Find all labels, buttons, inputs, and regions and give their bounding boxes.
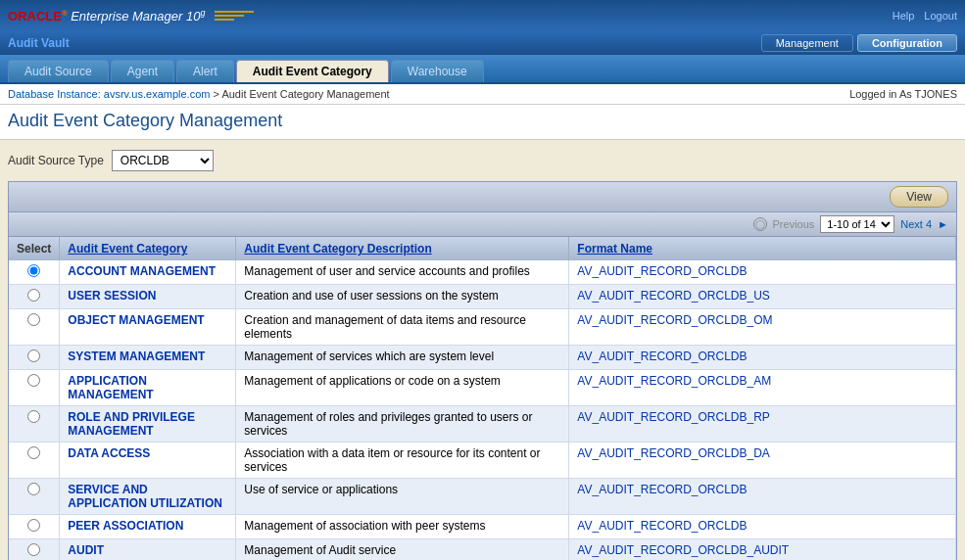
row-description: Association with a data item or resource… [236, 443, 569, 479]
row-format: AV_AUDIT_RECORD_ORCLDB_OM [569, 309, 956, 346]
nav-buttons: Management Configuration [761, 34, 957, 52]
row-category: ACCOUNT MANAGEMENT [60, 260, 236, 285]
tab-alert[interactable]: Alert [176, 60, 234, 82]
row-category: OBJECT MANAGEMENT [60, 309, 236, 346]
row-description: Management of Audit service [236, 539, 569, 561]
row-description: Creation and use of user sessions on the… [236, 285, 569, 309]
filter-label: Audit Source Type [8, 154, 104, 167]
table-row: DATA ACCESSAssociation with a data item … [9, 443, 956, 479]
data-table: Select Audit Event Category Audit Event … [9, 237, 956, 560]
col-header-description[interactable]: Audit Event Category Description [236, 237, 569, 260]
row-description: Creation and management of data items an… [236, 309, 569, 346]
row-select-cell[interactable] [9, 260, 60, 285]
row-category: ROLE AND PRIVILEGE MANAGEMENT [60, 406, 236, 443]
decorative-lines [215, 11, 254, 21]
row-category: SERVICE AND APPLICATION UTILIZATION [60, 479, 236, 515]
row-description: Management of user and service accounts … [236, 260, 569, 285]
top-pagination: ◯ Previous 1-10 of 14 Next 4 ► [9, 212, 956, 237]
row-radio-2[interactable] [27, 313, 40, 326]
table-row: ROLE AND PRIVILEGE MANAGEMENTManagement … [9, 406, 956, 443]
row-format: AV_AUDIT_RECORD_ORCLDB_US [569, 285, 956, 309]
nav-configuration[interactable]: Configuration [857, 34, 957, 52]
logout-link[interactable]: Logout [924, 10, 957, 22]
row-category: APPLICATION MANAGEMENT [60, 370, 236, 406]
header-links: Help Logout [893, 10, 957, 22]
table-row: SYSTEM MANAGEMENTManagement of services … [9, 346, 956, 370]
nav-management[interactable]: Management [761, 34, 853, 52]
sub-tabs: Audit Source Agent Alert Audit Event Cat… [0, 55, 965, 84]
row-select-cell[interactable] [9, 515, 60, 539]
prev-button-top[interactable]: Previous [773, 218, 815, 230]
row-radio-5[interactable] [27, 410, 40, 423]
page-title: Audit Event Category Management [8, 111, 957, 131]
row-select-cell[interactable] [9, 346, 60, 370]
top-toolbar: View [9, 182, 956, 212]
content-area: Audit Source Type ORCLDB SQLSERVER SYBAS… [0, 140, 965, 560]
logged-in-info: Logged in As TJONES [849, 88, 957, 100]
row-select-cell[interactable] [9, 309, 60, 346]
table-row: APPLICATION MANAGEMENTManagement of appl… [9, 370, 956, 406]
product-nav: Audit Vault Management Configuration [0, 31, 965, 55]
row-format: AV_AUDIT_RECORD_ORCLDB [569, 479, 956, 515]
breadcrumb-current: Audit Event Category Management [221, 88, 389, 100]
row-radio-0[interactable] [27, 264, 40, 277]
next-arrow-top: ► [938, 218, 948, 230]
tab-audit-source[interactable]: Audit Source [8, 60, 109, 82]
row-description: Management of applications or code on a … [236, 370, 569, 406]
row-radio-1[interactable] [27, 289, 40, 302]
row-category: AUDIT [60, 539, 236, 561]
help-link[interactable]: Help [893, 10, 915, 22]
oracle-logo: ORACLE® Enterprise Manager 10g [8, 8, 254, 23]
product-name: Audit Vault [8, 36, 70, 50]
breadcrumb-bar: Database Instance: avsrv.us.example.com … [0, 84, 965, 105]
filter-row: Audit Source Type ORCLDB SQLSERVER SYBAS… [8, 150, 957, 171]
row-select-cell[interactable] [9, 539, 60, 561]
breadcrumb: Database Instance: avsrv.us.example.com … [8, 88, 390, 100]
top-header: ORACLE® Enterprise Manager 10g Help Logo… [0, 0, 965, 31]
col-header-category[interactable]: Audit Event Category [60, 237, 236, 260]
row-description: Management of services which are system … [236, 346, 569, 370]
row-category: USER SESSION [60, 285, 236, 309]
row-format: AV_AUDIT_RECORD_ORCLDB [569, 260, 956, 285]
table-row: PEER ASSOCIATIONManagement of associatio… [9, 515, 956, 539]
row-select-cell[interactable] [9, 443, 60, 479]
row-radio-8[interactable] [27, 519, 40, 532]
audit-source-type-select[interactable]: ORCLDB SQLSERVER SYBASE [112, 150, 214, 171]
row-format: AV_AUDIT_RECORD_ORCLDB_AM [569, 370, 956, 406]
oracle-brand: ORACLE® Enterprise Manager 10g [8, 8, 205, 23]
table-row: ACCOUNT MANAGEMENTManagement of user and… [9, 260, 956, 285]
row-select-cell[interactable] [9, 479, 60, 515]
tab-audit-event-category[interactable]: Audit Event Category [236, 60, 389, 82]
row-format: AV_AUDIT_RECORD_ORCLDB [569, 515, 956, 539]
row-category: PEER ASSOCIATION [60, 515, 236, 539]
row-description: Management of roles and privileges grant… [236, 406, 569, 443]
next-button-top[interactable]: Next 4 [900, 218, 932, 230]
row-description: Management of association with peer syst… [236, 515, 569, 539]
row-radio-6[interactable] [27, 446, 40, 459]
row-format: AV_AUDIT_RECORD_ORCLDB_RP [569, 406, 956, 443]
row-category: SYSTEM MANAGEMENT [60, 346, 236, 370]
row-select-cell[interactable] [9, 406, 60, 443]
page-title-area: Audit Event Category Management [0, 105, 965, 140]
page-select-top[interactable]: 1-10 of 14 [820, 215, 894, 233]
row-radio-9[interactable] [27, 543, 40, 556]
col-header-format[interactable]: Format Name [569, 237, 956, 260]
row-radio-7[interactable] [27, 483, 40, 495]
prev-circle-icon: ◯ [753, 217, 767, 231]
row-format: AV_AUDIT_RECORD_ORCLDB_DA [569, 443, 956, 479]
table-row: AUDITManagement of Audit serviceAV_AUDIT… [9, 539, 956, 561]
row-format: AV_AUDIT_RECORD_ORCLDB_AUDIT [569, 539, 956, 561]
row-select-cell[interactable] [9, 285, 60, 309]
table-container: View ◯ Previous 1-10 of 14 Next 4 ► Sele… [8, 181, 957, 560]
tab-warehouse[interactable]: Warehouse [391, 60, 484, 82]
table-row: OBJECT MANAGEMENTCreation and management… [9, 309, 956, 346]
row-category: DATA ACCESS [60, 443, 236, 479]
table-row: SERVICE AND APPLICATION UTILIZATIONUse o… [9, 479, 956, 515]
row-description: Use of service or applications [236, 479, 569, 515]
breadcrumb-link[interactable]: Database Instance: avsrv.us.example.com [8, 88, 210, 100]
view-button-top[interactable]: View [890, 186, 948, 208]
row-radio-4[interactable] [27, 374, 40, 387]
row-select-cell[interactable] [9, 370, 60, 406]
tab-agent[interactable]: Agent [111, 60, 174, 82]
row-radio-3[interactable] [27, 350, 40, 362]
